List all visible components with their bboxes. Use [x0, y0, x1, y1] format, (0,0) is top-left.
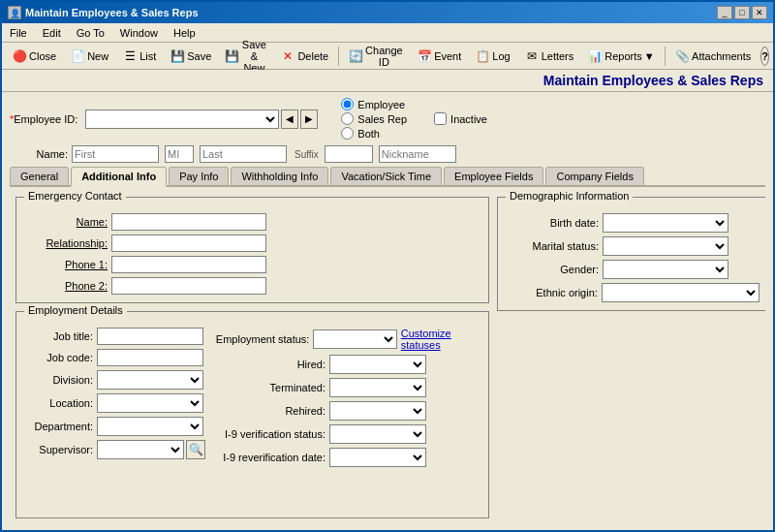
job-title-input[interactable] [97, 328, 203, 345]
reports-button[interactable]: 📊 Reports ▼ [581, 46, 660, 67]
reports-icon: 📊 [587, 48, 603, 64]
supervisor-select[interactable] [97, 440, 184, 459]
i9-status-select[interactable] [329, 424, 426, 444]
radio-employee-input[interactable] [341, 98, 354, 110]
menu-goto[interactable]: Go To [73, 26, 108, 40]
mi-input[interactable] [165, 145, 194, 163]
department-select[interactable] [97, 417, 203, 436]
job-title-label: Job title: [24, 330, 97, 342]
list-button[interactable]: ☰ List [116, 46, 162, 67]
tab-pay-info[interactable]: Pay Info [169, 167, 229, 185]
gender-row: Gender: [506, 260, 760, 279]
rehired-row: Rehired: [213, 401, 480, 421]
tab-vacation-sick[interactable]: Vacation/Sick Time [330, 167, 442, 185]
emp-status-label: Employment status: [213, 333, 313, 345]
ec-phone1-row: Phone 1: [24, 256, 480, 273]
division-row: Division: [24, 370, 205, 390]
next-nav-button[interactable]: ▶ [300, 110, 318, 129]
reports-dropdown-arrow: ▼ [644, 50, 655, 62]
radio-both-input[interactable] [341, 127, 354, 140]
ec-name-input[interactable] [111, 213, 266, 231]
tab-company-fields[interactable]: Company Fields [545, 167, 643, 185]
division-select[interactable] [97, 370, 203, 390]
left-column: Emergency Contact Name: Relationship: Ph… [16, 197, 489, 518]
marital-select[interactable] [603, 236, 728, 256]
i9-reverif-select[interactable] [329, 448, 426, 467]
radio-both[interactable]: Both [341, 127, 407, 140]
rehired-select[interactable] [329, 401, 426, 421]
menu-window[interactable]: Window [116, 26, 162, 40]
maximize-button[interactable]: □ [734, 6, 750, 19]
change-id-button[interactable]: 🔄 Change ID [343, 46, 410, 67]
right-spacer [497, 319, 765, 518]
minimize-button[interactable]: _ [717, 6, 732, 19]
ec-phone2-label: Phone 2: [24, 280, 111, 292]
ethnic-select[interactable] [602, 283, 760, 302]
tab-additional-info[interactable]: Additional Info [71, 167, 167, 187]
radio-salesrep-input[interactable] [341, 112, 354, 125]
inactive-checkbox[interactable] [434, 112, 447, 125]
title-bar: 👤 Maintain Employees & Sales Reps _ □ ✕ [2, 2, 773, 23]
hired-select[interactable] [329, 355, 426, 374]
supervisor-lookup-button[interactable]: 🔍 [186, 440, 205, 459]
terminated-select[interactable] [329, 378, 426, 397]
tab-withholding-info[interactable]: Withholding Info [231, 167, 328, 185]
menu-help[interactable]: Help [170, 26, 200, 40]
nickname-input[interactable] [379, 145, 456, 163]
title-bar-controls[interactable]: _ □ ✕ [717, 6, 767, 19]
id-row: *Employee ID: ◀ ▶ Employee Sales Rep Bo [10, 98, 765, 140]
new-button[interactable]: 📄 New [64, 46, 114, 67]
right-column: Demographic Information Birth date: Mari… [497, 197, 765, 518]
i9-reverif-label: I-9 reverification date: [213, 452, 329, 463]
save-new-icon: 💾 [225, 48, 239, 64]
tab-content: Emergency Contact Name: Relationship: Ph… [10, 191, 765, 524]
radio-employee[interactable]: Employee [341, 98, 407, 110]
ec-phone2-input[interactable] [111, 277, 266, 295]
employee-id-label: *Employee ID: [10, 113, 78, 125]
radio-salesrep[interactable]: Sales Rep [341, 112, 407, 125]
app-icon: 👤 [8, 6, 21, 19]
menu-file[interactable]: File [6, 26, 31, 40]
location-select[interactable] [97, 393, 203, 413]
change-id-icon: 🔄 [349, 48, 363, 64]
save-icon: 💾 [170, 48, 185, 64]
ec-relationship-input[interactable] [111, 235, 266, 252]
first-name-input[interactable] [72, 145, 159, 163]
last-name-input[interactable] [200, 145, 287, 163]
close-window-button[interactable]: ✕ [752, 6, 767, 19]
suffix-input[interactable] [325, 145, 373, 163]
emp-status-row: Employment status: Customize statuses [213, 328, 480, 351]
close-button[interactable]: 🔴 Close [6, 46, 62, 67]
log-button[interactable]: 📋 Log [469, 46, 515, 67]
attachments-button[interactable]: 📎 Attachments [668, 46, 757, 67]
name-label: Name: [10, 148, 68, 160]
letters-icon: ✉ [524, 48, 540, 64]
help-icon: ? [761, 50, 768, 62]
job-code-input[interactable] [97, 349, 203, 366]
employee-id-select[interactable] [85, 110, 279, 129]
event-button[interactable]: 📅 Event [411, 46, 467, 67]
emp-status-select[interactable] [313, 329, 396, 349]
letters-button[interactable]: ✉ Letters [518, 46, 580, 67]
birthdate-label: Birth date: [506, 217, 603, 229]
marital-label: Marital status: [506, 240, 603, 252]
title-bar-left: 👤 Maintain Employees & Sales Reps [8, 6, 199, 19]
ec-phone1-input[interactable] [111, 256, 266, 273]
save-new-button[interactable]: 💾 Save & New [219, 46, 272, 67]
prev-nav-button[interactable]: ◀ [281, 110, 298, 129]
emergency-contact-group: Emergency Contact Name: Relationship: Ph… [16, 197, 489, 303]
save-button[interactable]: 💾 Save [164, 46, 217, 67]
help-button[interactable]: ? [760, 47, 769, 66]
employee-id-container: ◀ ▶ [85, 110, 318, 129]
ec-name-row: Name: [24, 213, 480, 231]
customize-statuses-link[interactable]: Customize statuses [401, 328, 480, 351]
gender-select[interactable] [603, 260, 728, 279]
delete-button[interactable]: ✕ Delete [274, 46, 334, 67]
suffix-label: Suffix [294, 149, 319, 160]
department-label: Department: [24, 421, 97, 432]
menu-edit[interactable]: Edit [39, 26, 65, 40]
tab-employee-fields[interactable]: Employee Fields [444, 167, 543, 185]
tab-general[interactable]: General [10, 167, 69, 185]
inactive-container[interactable]: Inactive [434, 112, 487, 125]
birthdate-select[interactable] [603, 213, 728, 233]
